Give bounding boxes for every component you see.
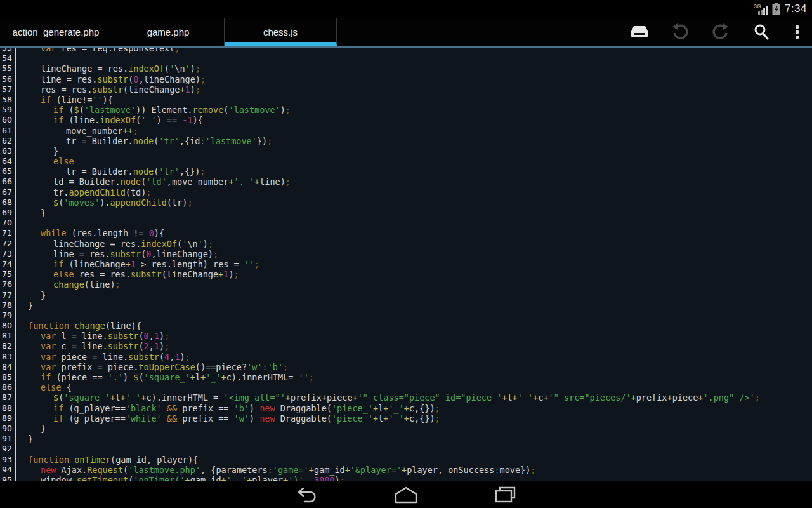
line-number: 59 bbox=[0, 105, 16, 115]
code-line: 81var l = line.substr(0,1); bbox=[0, 331, 812, 341]
code-line: 83var piece = line.substr(4,1); bbox=[0, 352, 812, 362]
code-line: 92 bbox=[0, 444, 812, 454]
line-number: 79 bbox=[0, 311, 16, 321]
line-number: 72 bbox=[0, 239, 16, 249]
undo-icon bbox=[671, 23, 689, 41]
line-number: 92 bbox=[0, 444, 16, 454]
line-number: 89 bbox=[0, 413, 16, 424]
line-number: 63 bbox=[0, 146, 16, 156]
line-number: 70 bbox=[0, 218, 16, 228]
code-line: 85if (piece == '.') $('square_'+l+'_'+c)… bbox=[0, 372, 812, 382]
line-number: 56 bbox=[0, 74, 16, 84]
code-line: 88if (g_player=='black' && prefix == 'b'… bbox=[0, 403, 812, 413]
search-button[interactable] bbox=[741, 18, 782, 46]
home-icon bbox=[394, 486, 418, 504]
code-line: 74if (lineChange+1 > res.length) res = '… bbox=[0, 259, 812, 269]
line-number: 57 bbox=[0, 84, 16, 95]
code-line: 80function change(line){ bbox=[0, 321, 812, 331]
line-number: 93 bbox=[0, 455, 16, 465]
tab-action-generate-php[interactable]: action_generate.php bbox=[0, 18, 112, 46]
redo-button[interactable] bbox=[700, 18, 741, 46]
navigation-bar bbox=[0, 481, 812, 508]
code-editor[interactable]: 53var res = req.responseText;5455lineCha… bbox=[0, 48, 812, 481]
overflow-menu-icon bbox=[796, 25, 799, 39]
signal-strength-icon: 3G bbox=[754, 3, 768, 15]
back-icon bbox=[296, 486, 318, 504]
line-number: 80 bbox=[0, 321, 16, 331]
code-line: 84var prefix = piece.toUpperCase()==piec… bbox=[0, 362, 812, 372]
code-line: 56line = res.substr(0,lineChange); bbox=[0, 74, 812, 84]
line-number: 94 bbox=[0, 465, 16, 475]
line-number: 88 bbox=[0, 403, 16, 413]
line-number: 73 bbox=[0, 249, 16, 259]
home-button[interactable] bbox=[386, 484, 426, 505]
code-line: 57res = res.substr(lineChange+1); bbox=[0, 84, 812, 95]
battery-charging-icon bbox=[772, 3, 780, 15]
code-line: 90} bbox=[0, 424, 812, 434]
code-line: 72lineChange = res.indexOf('\n'); bbox=[0, 239, 812, 249]
line-number: 58 bbox=[0, 95, 16, 105]
tablet-screen: 3G 7:34 action_generate.php game.php che… bbox=[0, 0, 812, 508]
recents-button[interactable] bbox=[485, 484, 525, 505]
line-number: 77 bbox=[0, 290, 16, 300]
code-line: 61move_number++; bbox=[0, 126, 812, 136]
line-number: 83 bbox=[0, 352, 16, 362]
overflow-menu-button[interactable] bbox=[782, 18, 812, 46]
code-line: 59if ($('lastmove')) Element.remove('las… bbox=[0, 105, 812, 115]
tab-chess-js[interactable]: chess.js bbox=[225, 18, 337, 46]
recents-icon bbox=[494, 486, 516, 504]
line-number: 85 bbox=[0, 372, 16, 382]
clock: 7:34 bbox=[785, 3, 807, 15]
code-line: 94new Ajax.Request('lastmove.php', {para… bbox=[0, 465, 812, 475]
code-line: 65tr = Builder.node('tr',{}); bbox=[0, 166, 812, 177]
line-number: 61 bbox=[0, 126, 16, 136]
code-line: 87$('square_'+l+'_'+c).innerHTML = '<img… bbox=[0, 392, 812, 403]
code-line: 71while (res.length != 0){ bbox=[0, 228, 812, 238]
code-line: 79 bbox=[0, 311, 812, 321]
code-line: 64else bbox=[0, 156, 812, 166]
code-line: 69} bbox=[0, 208, 812, 218]
back-button[interactable] bbox=[287, 484, 327, 505]
code-line: 86else { bbox=[0, 382, 812, 392]
save-icon bbox=[629, 25, 650, 39]
action-buttons bbox=[619, 18, 812, 46]
line-number: 74 bbox=[0, 259, 16, 269]
tab-game-php[interactable]: game.php bbox=[112, 18, 225, 46]
line-number: 66 bbox=[0, 177, 16, 187]
line-number: 78 bbox=[0, 300, 16, 311]
undo-button[interactable] bbox=[660, 18, 700, 46]
code-line: 93function onTimer(gam_id, player){ bbox=[0, 455, 812, 465]
code-line: 53var res = req.responseText; bbox=[0, 48, 812, 53]
redo-icon bbox=[712, 23, 730, 41]
code-line: 66td = Builder.node('td',move_number+'. … bbox=[0, 177, 812, 187]
line-number: 81 bbox=[0, 331, 16, 341]
code-line: 62tr = Builder.node('tr',{id:'lastmove'}… bbox=[0, 136, 812, 146]
line-number: 75 bbox=[0, 269, 16, 279]
code-line: 82var c = line.substr(2,1); bbox=[0, 341, 812, 351]
code-line: 95window.setTimeout('onTimer('+gam_id+',… bbox=[0, 475, 812, 481]
line-number: 65 bbox=[0, 166, 16, 177]
code-line: 63} bbox=[0, 146, 812, 156]
line-number: 60 bbox=[0, 115, 16, 125]
line-number: 67 bbox=[0, 187, 16, 197]
line-number: 64 bbox=[0, 156, 16, 166]
code-line: 89if (g_player=='white' && prefix == 'w'… bbox=[0, 413, 812, 424]
code-line: 55lineChange = res.indexOf('\n'); bbox=[0, 64, 812, 74]
code-line: 75else res = res.substr(lineChange+1); bbox=[0, 269, 812, 279]
code-line: 68$('moves').appendChild(tr); bbox=[0, 197, 812, 208]
code-lines: 53var res = req.responseText;5455lineCha… bbox=[0, 48, 812, 481]
save-button[interactable] bbox=[619, 18, 660, 46]
line-number: 62 bbox=[0, 136, 16, 146]
line-number: 90 bbox=[0, 424, 16, 434]
code-line: 91} bbox=[0, 434, 812, 444]
code-line: 70 bbox=[0, 218, 812, 228]
code-line: 73line = res.substr(0,lineChange); bbox=[0, 249, 812, 259]
line-number: 84 bbox=[0, 362, 16, 372]
signal-bars bbox=[758, 6, 768, 15]
code-line: 77} bbox=[0, 290, 812, 300]
search-icon bbox=[752, 23, 770, 41]
line-number: 68 bbox=[0, 197, 16, 208]
line-number: 87 bbox=[0, 392, 16, 403]
line-number: 71 bbox=[0, 228, 16, 238]
line-number: 95 bbox=[0, 475, 16, 481]
